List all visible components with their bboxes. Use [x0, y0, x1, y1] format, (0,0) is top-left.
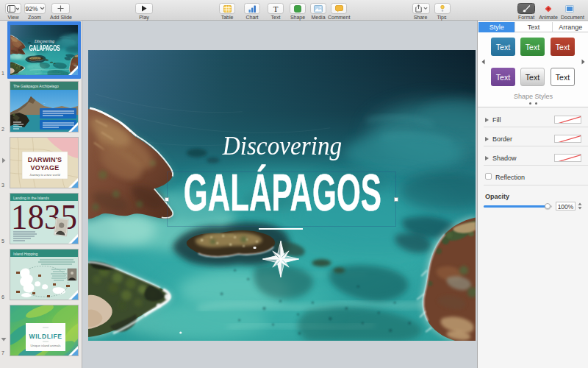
svg-text:VOYAGE: VOYAGE — [31, 163, 60, 172]
svg-text:DARWIN'S: DARWIN'S — [28, 155, 62, 164]
svg-text:The Galápagos Archipelago: The Galápagos Archipelago — [13, 84, 59, 88]
svg-text:Journey to a new world: Journey to a new world — [29, 173, 60, 177]
svg-text:Unique island animals: Unique island animals — [31, 344, 61, 347]
svg-text:WILDLIFE: WILDLIFE — [29, 333, 62, 340]
svg-text:Island Hopping: Island Hopping — [13, 252, 38, 256]
